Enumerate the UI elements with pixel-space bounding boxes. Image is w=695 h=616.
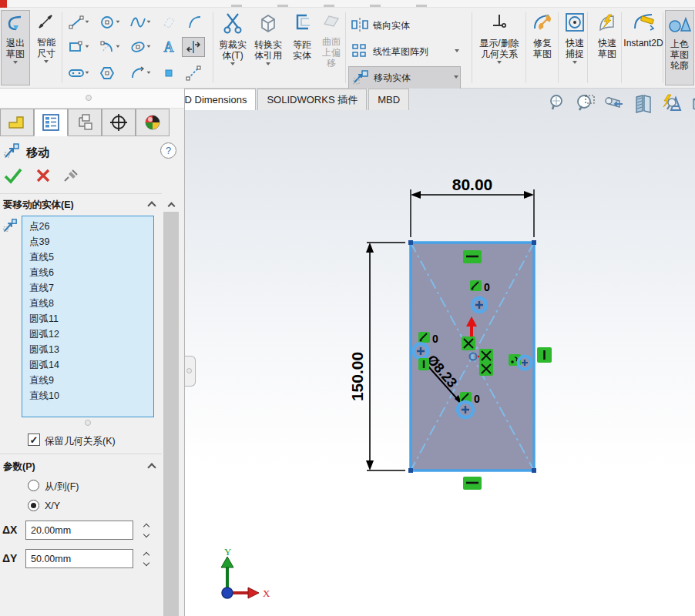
menu-item-stub[interactable] (231, 5, 242, 7)
quick-snaps-dropdown-icon[interactable] (572, 61, 577, 66)
menu-item-stub[interactable] (324, 5, 334, 7)
dimension-width[interactable]: 80.00 (411, 176, 534, 237)
ok-button[interactable] (3, 167, 23, 187)
spline-dropdown-icon[interactable] (147, 21, 151, 25)
keep-relations-checkbox[interactable]: ✓ (28, 434, 40, 446)
trim-dropdown-icon[interactable] (230, 62, 235, 68)
sketch-canvas[interactable]: 80.00 150.00 Ø8.23 0 (185, 89, 695, 616)
panel-splitter-handle[interactable] (185, 356, 196, 387)
rectangle-tool[interactable] (65, 37, 88, 57)
collapse-icon[interactable] (147, 201, 156, 209)
linear-pattern-button[interactable]: 线性草图阵列 (348, 40, 461, 63)
exit-sketch-button[interactable]: 退出草图 (1, 10, 30, 85)
text-tool[interactable]: A (157, 37, 180, 57)
xy-radio[interactable] (28, 500, 39, 511)
line-dropdown-icon[interactable] (86, 21, 89, 25)
tab-MBD[interactable]: MBD (368, 89, 409, 110)
list-item[interactable]: 直线8 (22, 296, 153, 311)
tab-property-manager[interactable] (34, 109, 68, 136)
circle-dropdown-icon[interactable] (116, 21, 120, 25)
graphics-viewport[interactable]: 80.00 150.00 Ø8.23 0 (185, 89, 695, 616)
line-tool[interactable] (65, 12, 88, 32)
pin-button[interactable] (63, 169, 80, 186)
ellipse-tool[interactable] (126, 37, 149, 57)
vertical-relation-icon[interactable] (537, 347, 552, 363)
tab-SOLIDWORKS 插件[interactable]: SOLIDWORKS 插件 (257, 89, 367, 110)
vertex-point[interactable] (532, 240, 536, 245)
cancel-button[interactable] (35, 168, 51, 186)
fillet-dropdown-icon[interactable] (147, 72, 151, 76)
intersection-relation-icon[interactable] (479, 362, 493, 376)
horizontal-relation-icon[interactable] (463, 477, 482, 490)
relations-dropdown-icon[interactable] (497, 61, 502, 66)
entity-listbox[interactable]: 点26点39直线5直线6直线7直线8圆弧11圆弧12圆弧13圆弧14直线9直线1… (22, 216, 154, 417)
display-relations-button[interactable]: 显示/删除几何关系 (475, 12, 524, 66)
smart-dimension-button[interactable]: 智能尺寸 (32, 10, 61, 85)
vertex-point[interactable] (532, 468, 536, 473)
ellipse-dropdown-icon[interactable] (147, 45, 151, 50)
list-item[interactable]: 圆弧12 (22, 326, 153, 342)
vertical-relation-icon[interactable] (418, 358, 429, 370)
mirror-entities-button[interactable]: 镜向实体 (348, 14, 461, 37)
convert-entities-button[interactable]: 转换实体引用 (251, 12, 285, 68)
list-item[interactable]: 直线9 (22, 373, 153, 388)
intersection-relation-icon[interactable] (462, 336, 475, 350)
quick-snaps-button[interactable]: 快速捕捉 (559, 12, 590, 66)
circle-tool[interactable] (96, 12, 119, 32)
list-item[interactable]: 直线10 (22, 388, 153, 403)
tab-appearances[interactable] (136, 109, 170, 136)
tab-feature-tree[interactable] (0, 109, 34, 136)
arc-tool[interactable] (183, 12, 206, 32)
list-item[interactable]: 直线5 (22, 249, 153, 265)
menu-item-stub[interactable] (277, 5, 288, 7)
plane-tool[interactable] (157, 12, 180, 32)
from-to-radio[interactable] (28, 480, 39, 491)
list-item[interactable]: 点26 (22, 219, 153, 234)
rapid-sketch-button[interactable]: 快速草图 (592, 12, 623, 59)
convert-dropdown-icon[interactable] (266, 62, 270, 68)
list-item[interactable]: 圆弧14 (22, 357, 153, 373)
move-entities-dropdown-icon[interactable] (454, 75, 458, 81)
offset-entities-button[interactable]: 等距实体 (287, 12, 317, 61)
list-item[interactable]: 直线7 (22, 280, 153, 296)
move-entities-button[interactable]: 移动实体 (348, 66, 461, 89)
move-entities-tool[interactable] (182, 37, 205, 57)
dy-input[interactable] (25, 549, 133, 568)
list-resize-handle[interactable] (85, 420, 91, 426)
tab-dimxpert[interactable] (102, 109, 136, 136)
collapse-icon[interactable] (147, 463, 156, 471)
centerline-tool[interactable] (182, 63, 205, 83)
entities-group-header[interactable]: 要移动的实体(E) (3, 199, 161, 212)
menu-item-stub[interactable] (370, 5, 381, 7)
spline-tool[interactable] (126, 12, 149, 32)
linear-pattern-dropdown-icon[interactable] (455, 49, 459, 55)
rectangle-dropdown-icon[interactable] (86, 45, 89, 50)
repair-sketch-button[interactable]: 修复草图 (527, 12, 558, 59)
fillet-tool[interactable] (126, 63, 149, 83)
list-item[interactable]: 直线6 (22, 265, 153, 280)
intersection-relation-icon[interactable] (479, 349, 493, 363)
centerpoint-arc-tool[interactable] (96, 37, 119, 57)
dimension-height[interactable]: 150.00 (348, 243, 405, 470)
tab-configurations[interactable] (68, 109, 102, 136)
horizontal-relation-icon[interactable] (463, 250, 482, 263)
dx-input[interactable] (25, 521, 133, 540)
panel-grip-handle[interactable] (86, 95, 92, 101)
scroll-up-icon[interactable] (163, 198, 179, 212)
vertex-point[interactable] (408, 240, 413, 245)
list-item[interactable]: 圆弧13 (22, 342, 153, 357)
slot-tool[interactable] (65, 63, 88, 83)
parameters-group-header[interactable]: 参数(P) (3, 460, 161, 474)
help-button[interactable]: ? (160, 142, 176, 159)
shaded-contours-button[interactable]: 上色草图轮廓 (665, 10, 694, 85)
trim-entities-button[interactable]: 剪裁实体(T) (216, 12, 250, 68)
polygon-tool[interactable] (96, 63, 119, 83)
list-item[interactable]: 点39 (22, 234, 153, 249)
slot-dropdown-icon[interactable] (86, 72, 89, 76)
instant2d-button[interactable]: Instant2D (623, 12, 664, 49)
list-item[interactable]: 圆弧11 (22, 311, 153, 326)
dy-stepper[interactable] (139, 549, 153, 568)
point-tool[interactable] (157, 63, 180, 83)
vertex-point[interactable] (408, 468, 413, 473)
panel-scrollbar[interactable] (163, 198, 179, 616)
